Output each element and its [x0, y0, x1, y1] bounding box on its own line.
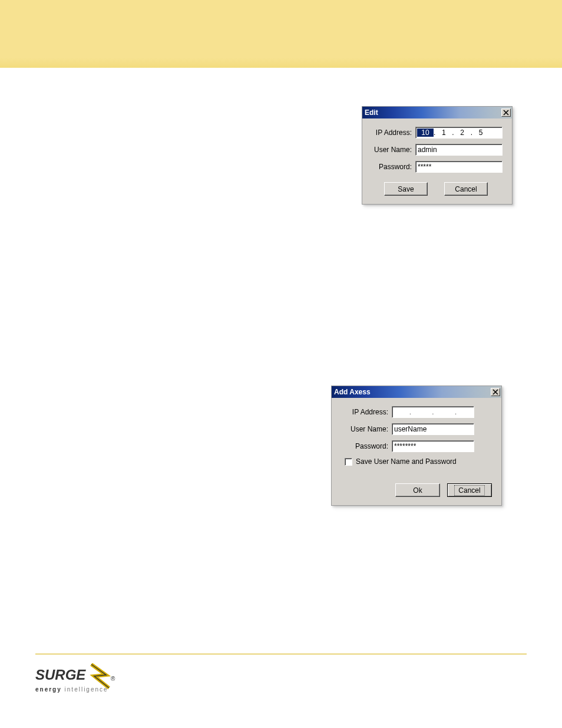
ip-address-field[interactable]: . . .	[415, 127, 503, 139]
close-button[interactable]	[501, 108, 511, 117]
ip-address-row: IP Address: . . .	[369, 127, 503, 139]
password-label: Password:	[369, 163, 415, 171]
button-row: Save Cancel	[369, 182, 503, 196]
save-button[interactable]: Save	[384, 182, 428, 196]
password-row: Password:	[339, 440, 492, 452]
svg-text:energy intelligence: energy intelligence	[35, 686, 108, 693]
cancel-button[interactable]: Cancel	[444, 182, 488, 196]
ip-octet-3[interactable]	[454, 129, 471, 137]
edit-dialog: Edit IP Address: . . . User Name: Passwo…	[362, 106, 513, 205]
ip-octet-3[interactable]	[439, 408, 449, 416]
close-icon	[492, 389, 498, 395]
ip-address-field[interactable]: . . .	[392, 406, 474, 418]
footer-divider	[35, 654, 527, 654]
username-row: User Name:	[369, 144, 503, 156]
username-row: User Name:	[339, 423, 492, 435]
ip-octet-2[interactable]	[435, 129, 452, 137]
ip-address-label: IP Address:	[369, 129, 415, 137]
save-credentials-row: Save User Name and Password	[345, 457, 492, 466]
cancel-button[interactable]: Cancel	[447, 483, 492, 497]
ip-octet-1[interactable]	[417, 129, 434, 137]
dialog-title: Edit	[365, 108, 378, 117]
ip-octet-1[interactable]	[394, 408, 404, 416]
svg-text:®: ®	[111, 676, 115, 682]
ok-button[interactable]: Ok	[395, 483, 440, 497]
brand-logo: SURGE ® energy intelligence	[35, 663, 124, 697]
password-input[interactable]	[392, 440, 474, 452]
dialog-body: IP Address: . . . User Name: Password: S…	[332, 398, 501, 505]
password-label: Password:	[339, 442, 392, 450]
close-icon	[503, 110, 509, 116]
ip-dot: .	[404, 409, 416, 416]
ip-octet-4[interactable]	[472, 129, 489, 137]
ip-octet-4[interactable]	[462, 408, 472, 416]
button-row: Ok Cancel	[339, 483, 492, 497]
page-banner	[0, 0, 562, 68]
dialog-title: Add Axess	[334, 388, 371, 396]
dialog-body: IP Address: . . . User Name: Password: S…	[362, 118, 512, 204]
username-label: User Name:	[339, 425, 392, 433]
svg-text:SURGE: SURGE	[35, 667, 86, 683]
username-input[interactable]	[392, 423, 474, 435]
username-input[interactable]	[415, 144, 503, 156]
title-bar: Add Axess	[332, 386, 501, 398]
close-button[interactable]	[491, 388, 500, 396]
add-axess-dialog: Add Axess IP Address: . . . User Name: P…	[331, 386, 502, 506]
ip-address-row: IP Address: . . .	[339, 406, 492, 418]
password-row: Password:	[369, 161, 503, 173]
username-label: User Name:	[369, 146, 415, 154]
title-bar: Edit	[362, 107, 512, 118]
ip-dot: .	[449, 409, 462, 416]
ip-octet-2[interactable]	[416, 408, 427, 416]
save-credentials-checkbox[interactable]	[345, 458, 352, 466]
save-credentials-label: Save User Name and Password	[356, 457, 457, 466]
password-input[interactable]	[415, 161, 503, 173]
ip-address-label: IP Address:	[339, 408, 392, 416]
ip-dot: .	[427, 409, 439, 416]
